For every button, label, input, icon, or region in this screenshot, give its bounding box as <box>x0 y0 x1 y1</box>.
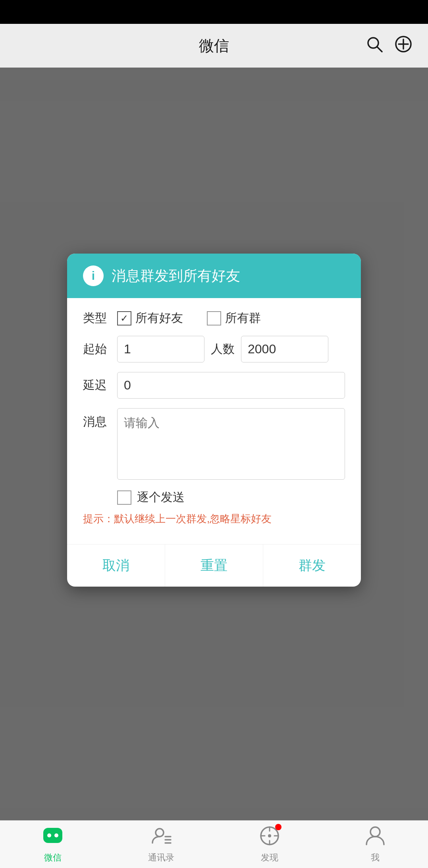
delay-label: 延迟 <box>83 377 111 393</box>
svg-point-7 <box>54 833 58 837</box>
count-label: 人数 <box>211 341 235 357</box>
bottom-nav: 微信 通讯录 发现 <box>0 820 428 868</box>
search-icon[interactable] <box>366 36 383 56</box>
svg-point-13 <box>268 834 271 837</box>
reset-button[interactable]: 重置 <box>165 544 263 587</box>
status-bar <box>0 0 428 24</box>
svg-point-8 <box>156 829 164 837</box>
cancel-button[interactable]: 取消 <box>67 544 165 587</box>
start-label: 起始 <box>83 341 111 357</box>
all-groups-label: 所有群 <box>225 310 261 326</box>
hint-text: 提示：默认继续上一次群发,忽略星标好友 <box>83 513 272 525</box>
delay-input[interactable] <box>117 372 345 399</box>
contacts-icon <box>151 825 172 849</box>
hint-row: 提示：默认继续上一次群发,忽略星标好友 <box>83 512 345 532</box>
app-header: 微信 <box>0 24 428 68</box>
discover-badge <box>275 824 281 830</box>
header-icons <box>366 35 412 56</box>
nav-item-discover[interactable]: 发现 <box>259 825 280 864</box>
all-friends-checkbox[interactable] <box>117 311 131 326</box>
all-friends-item[interactable]: 所有好友 <box>117 310 183 326</box>
all-friends-label: 所有好友 <box>135 310 183 326</box>
info-icon: i <box>83 265 104 286</box>
svg-rect-5 <box>43 828 62 843</box>
nav-label-discover: 发现 <box>261 852 278 864</box>
dialog: i 消息群发到所有好友 类型 所有好友 <box>67 254 361 587</box>
type-label: 类型 <box>83 310 111 326</box>
count-input[interactable] <box>241 336 328 362</box>
background-overlay: i 消息群发到所有好友 类型 所有好友 <box>0 68 428 820</box>
svg-line-1 <box>377 47 382 52</box>
type-row: 类型 所有好友 所有群 <box>83 310 345 326</box>
send-one-row: 逐个发送 <box>83 489 345 506</box>
message-row: 消息 <box>83 408 345 480</box>
svg-point-6 <box>47 833 51 837</box>
dialog-title: 消息群发到所有好友 <box>112 266 240 286</box>
send-one-label: 逐个发送 <box>137 489 185 506</box>
dialog-footer: 取消 重置 群发 <box>67 544 361 587</box>
me-icon <box>365 825 386 849</box>
discover-icon <box>259 825 280 849</box>
dialog-overlay: i 消息群发到所有好友 类型 所有好友 <box>0 68 428 820</box>
add-icon[interactable] <box>395 35 412 56</box>
message-textarea[interactable] <box>117 408 345 480</box>
delay-row: 延迟 <box>83 372 345 399</box>
start-input[interactable] <box>117 336 204 362</box>
nav-item-contacts[interactable]: 通讯录 <box>148 825 174 864</box>
nav-label-contacts: 通讯录 <box>148 852 174 864</box>
app-title: 微信 <box>199 36 229 56</box>
nav-label-wechat: 微信 <box>44 852 62 864</box>
svg-point-18 <box>370 827 380 837</box>
send-one-checkbox[interactable] <box>117 490 131 505</box>
wechat-icon <box>42 825 63 849</box>
all-groups-checkbox[interactable] <box>207 311 221 326</box>
checkbox-group: 所有好友 所有群 <box>117 310 345 326</box>
dialog-header: i 消息群发到所有好友 <box>67 254 361 298</box>
send-button[interactable]: 群发 <box>263 544 361 587</box>
start-count-row: 起始 人数 <box>83 336 345 362</box>
all-groups-item[interactable]: 所有群 <box>207 310 261 326</box>
nav-item-wechat[interactable]: 微信 <box>42 825 63 864</box>
nav-item-me[interactable]: 我 <box>365 825 386 864</box>
message-label: 消息 <box>83 408 111 430</box>
dialog-body: 类型 所有好友 所有群 起始 <box>67 298 361 544</box>
nav-label-me: 我 <box>371 852 380 864</box>
